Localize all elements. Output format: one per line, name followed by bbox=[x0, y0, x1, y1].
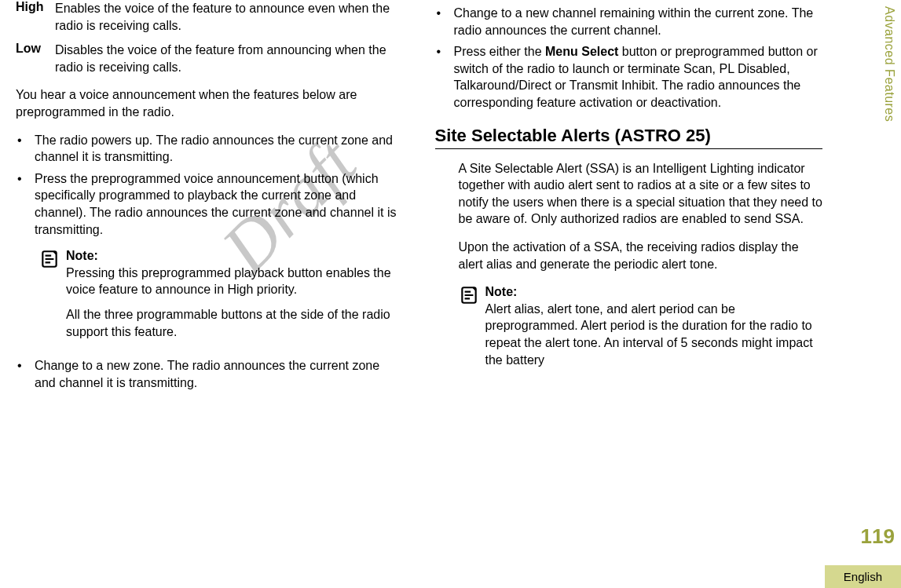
list-item-text: The radio powers up. The radio announces… bbox=[35, 132, 404, 166]
language-label: English bbox=[825, 565, 901, 588]
paragraph: Upon the activation of a SSA, the receiv… bbox=[459, 239, 823, 272]
note-paragraph: Alert alias, alert tone, and alert perio… bbox=[485, 301, 823, 368]
section-body: A Site Selectable Alert (SSA) is an Inte… bbox=[435, 160, 823, 377]
list-item: Press either the Menu Select button or p… bbox=[435, 43, 823, 111]
bold-text: Menu Select bbox=[545, 45, 618, 58]
note-paragraph: Pressing this preprogrammed playback but… bbox=[66, 265, 404, 298]
note-icon bbox=[459, 283, 485, 376]
note-block: Note: Pressing this preprogrammed playba… bbox=[39, 247, 404, 348]
definition-row-high: High Enables the voice of the feature to… bbox=[16, 0, 404, 34]
list-item-text: Press the preprogrammed voice announceme… bbox=[35, 170, 404, 238]
text-fragment: Press either the bbox=[454, 45, 546, 58]
page-number: 119 bbox=[861, 524, 895, 549]
intro-paragraph: You hear a voice announcement when the f… bbox=[16, 86, 404, 120]
note-icon bbox=[39, 247, 66, 348]
right-column: Change to a new channel remaining within… bbox=[419, 0, 823, 588]
note-paragraph: All the three programmable buttons at th… bbox=[66, 306, 404, 340]
definition-row-low: Low Disables the voice of the feature fr… bbox=[16, 42, 404, 75]
definition-desc: Enables the voice of the feature to anno… bbox=[55, 0, 404, 34]
list-item: Change to a new zone. The radio announce… bbox=[16, 357, 404, 391]
list-item: Change to a new channel remaining within… bbox=[435, 5, 823, 38]
list-item-text: Change to a new channel remaining within… bbox=[454, 5, 823, 38]
side-section-label: Advanced Features bbox=[882, 6, 896, 122]
note-label: Note: bbox=[66, 247, 404, 265]
note-body: Note: Alert alias, alert tone, and alert… bbox=[485, 283, 823, 376]
paragraph: A Site Selectable Alert (SSA) is an Inte… bbox=[459, 160, 823, 228]
section-title: Site Selectable Alerts (ASTRO 25) bbox=[435, 126, 823, 149]
definition-desc: Disables the voice of the feature from a… bbox=[55, 42, 404, 75]
definition-term: High bbox=[16, 0, 55, 34]
list-item: Press the preprogrammed voice announceme… bbox=[16, 170, 404, 238]
list-item-text: Change to a new zone. The radio announce… bbox=[35, 357, 404, 391]
list-item-text: Press either the Menu Select button or p… bbox=[454, 43, 823, 111]
definition-term: Low bbox=[16, 42, 55, 75]
bullet-list: The radio powers up. The radio announces… bbox=[16, 132, 404, 239]
list-item: The radio powers up. The radio announces… bbox=[16, 132, 404, 166]
note-body: Note: Pressing this preprogrammed playba… bbox=[66, 247, 404, 348]
left-column: High Enables the voice of the feature to… bbox=[16, 0, 419, 588]
right-margin: Advanced Features 119 English bbox=[829, 0, 901, 588]
note-block: Note: Alert alias, alert tone, and alert… bbox=[459, 283, 823, 376]
bullet-list: Change to a new channel remaining within… bbox=[435, 5, 823, 111]
page-content: High Enables the voice of the feature to… bbox=[0, 0, 901, 588]
bullet-list: Change to a new zone. The radio announce… bbox=[16, 357, 404, 391]
note-label: Note: bbox=[485, 283, 823, 301]
